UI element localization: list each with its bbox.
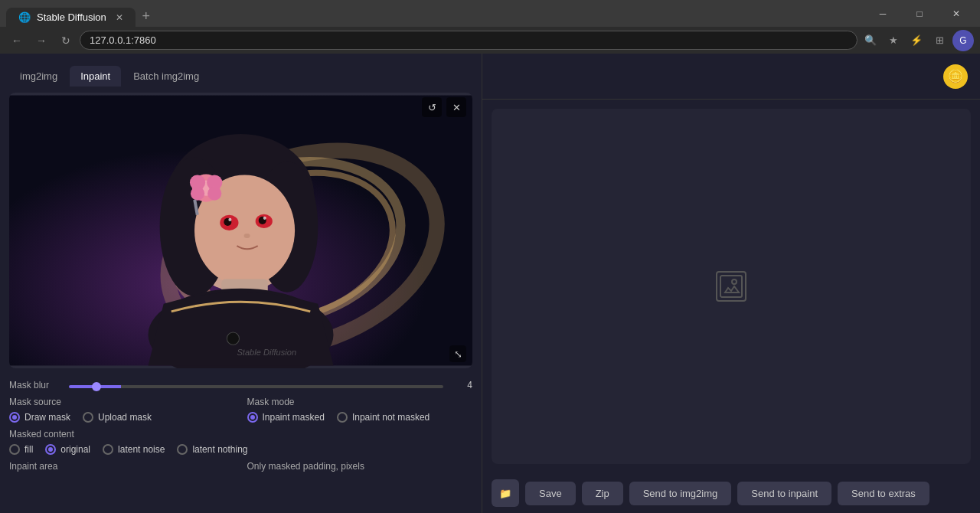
radio-upload-mask-label: Upload mask [98,412,152,423]
subtabs-bar: img2img Inpaint Batch img2img [0,60,482,87]
svg-rect-27 [720,276,742,297]
mask-source-label: Mask source [9,397,235,407]
browser-tab-active[interactable]: 🌐 Stable Diffusion ✕ [6,8,136,27]
controls-panel: Mask blur 4 Mask source Draw mask [0,374,482,481]
address-bar[interactable]: 127.0.0.1:7860 [80,31,858,50]
mask-mode-label: Mask mode [247,397,473,407]
svg-point-20 [191,187,204,201]
back-button[interactable]: ← [6,30,28,51]
mask-blur-slider[interactable] [69,385,443,388]
tab-close-icon[interactable]: ✕ [116,12,123,23]
refresh-button[interactable]: ↻ [55,30,77,51]
radio-inpaint-not-masked-label: Inpaint not masked [352,412,430,423]
radio-fill-label: fill [24,444,33,455]
only-masked-label: Only masked padding, pixels [247,461,473,472]
new-tab-button[interactable]: + [136,5,157,27]
svg-text:Stable Diffusion: Stable Diffusion [237,348,296,357]
tab-inpaint[interactable]: Inpaint [70,66,121,87]
inpaint-canvas[interactable]: ↺ ✕ ⤡ [9,93,472,368]
send-to-inpaint-button[interactable]: Send to inpaint [737,482,831,505]
svg-point-14 [263,217,266,220]
svg-point-13 [228,218,231,221]
canvas-controls: ↺ ✕ [422,97,466,117]
svg-point-15 [244,234,250,238]
reset-canvas-button[interactable]: ↺ [422,97,442,117]
coin-icon: 🪙 [943,64,968,89]
radio-draw-mask-circle [9,412,20,423]
tab-img2img[interactable]: img2img [9,66,68,87]
profile-button[interactable]: G [952,30,974,51]
folder-icon: 📁 [499,488,511,499]
radio-latent-noise[interactable]: latent noise [103,444,165,455]
masked-content-label: Masked content [9,429,472,439]
zip-button[interactable]: Zip [582,482,623,505]
grid-icon[interactable]: ⊞ [929,31,949,51]
mask-blur-label: Mask blur [9,380,63,390]
radio-original[interactable]: original [45,444,90,455]
tab-favicon: 🌐 [18,11,31,23]
radio-original-label: original [60,444,90,455]
send-to-img2img-button[interactable]: Send to img2img [629,482,732,505]
radio-original-circle [45,444,56,455]
output-image-area [492,109,971,464]
extensions-icon[interactable]: 🔍 [861,31,880,51]
radio-draw-mask-label: Draw mask [24,412,70,423]
radio-upload-mask[interactable]: Upload mask [83,412,152,423]
expand-canvas-button[interactable]: ⤡ [449,345,466,362]
radio-inpaint-masked-circle [247,412,258,423]
minimize-button[interactable]: ─ [865,2,900,25]
svg-point-21 [207,187,221,201]
radio-latent-noise-circle [103,444,113,455]
bookmark-icon[interactable]: ★ [884,31,903,51]
inpaint-area-label: Inpaint area [9,461,235,472]
close-button[interactable]: ✕ [939,2,974,25]
radio-inpaint-not-masked[interactable]: Inpaint not masked [337,412,430,423]
mask-blur-value: 4 [449,380,472,390]
radio-latent-nothing[interactable]: latent nothing [177,444,247,455]
output-placeholder-icon [716,271,746,302]
url-text: 127.0.0.1:7860 [90,34,156,46]
save-button[interactable]: Save [525,482,576,505]
extension-puzzle-icon[interactable]: ⚡ [906,31,926,51]
radio-latent-nothing-circle [177,444,188,455]
maximize-button[interactable]: □ [902,2,937,25]
radio-latent-noise-label: latent noise [118,444,165,455]
svg-point-28 [732,279,737,284]
radio-inpaint-masked[interactable]: Inpaint masked [247,412,325,423]
send-to-extras-button[interactable]: Send to extras [838,482,929,505]
canvas-image: Stable Diffusion [9,93,472,368]
svg-point-25 [227,332,239,345]
tab-title: Stable Diffusion [37,11,106,23]
clear-canvas-button[interactable]: ✕ [446,97,466,117]
radio-draw-mask[interactable]: Draw mask [9,412,70,423]
mask-blur-slider-container [69,379,443,390]
radio-inpaint-not-masked-circle [337,412,348,423]
radio-fill-circle [9,444,20,455]
tab-batch-img2img[interactable]: Batch img2img [122,66,210,87]
radio-latent-nothing-label: latent nothing [192,444,247,455]
radio-fill[interactable]: fill [9,444,33,455]
radio-inpaint-masked-label: Inpaint masked [263,412,325,423]
action-bar: 📁 Save Zip Send to img2img Send to inpai… [482,473,980,513]
forward-button[interactable]: → [31,30,52,51]
radio-upload-mask-circle [83,412,93,423]
open-folder-button[interactable]: 📁 [492,479,519,507]
